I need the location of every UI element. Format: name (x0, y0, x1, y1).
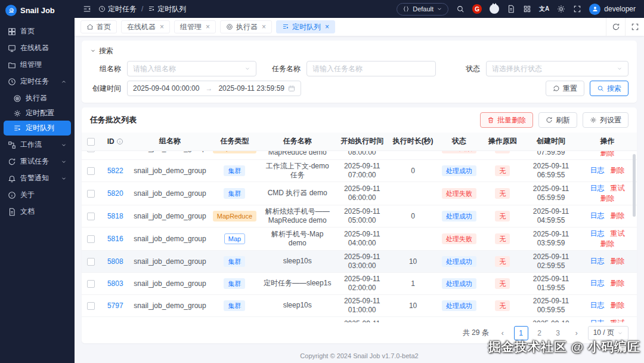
group-name-select[interactable] (127, 61, 256, 76)
batch-id-link[interactable]: 5808 (107, 257, 123, 266)
content-fullscreen-button[interactable] (625, 18, 644, 36)
close-icon[interactable]: × (206, 23, 210, 31)
action-log[interactable]: 日志 (590, 166, 604, 174)
sidebar-item-home[interactable]: 首页 (4, 24, 71, 39)
batch-id-link[interactable]: 5826 (107, 151, 123, 152)
tab-executor[interactable]: 执行器 × (220, 20, 272, 33)
select-all-checkbox[interactable] (87, 138, 95, 146)
row-checkbox[interactable] (87, 302, 95, 310)
close-icon[interactable]: × (160, 23, 164, 31)
batch-id-link[interactable]: 5820 (107, 189, 123, 198)
action-retry[interactable]: 重试 (610, 319, 624, 323)
close-icon[interactable]: × (325, 23, 329, 31)
next-page-button[interactable]: › (569, 326, 584, 340)
apps-grid-button[interactable] (523, 5, 531, 13)
action-log[interactable]: 日志 (590, 319, 604, 323)
row-checkbox[interactable] (87, 213, 95, 220)
action-retry[interactable]: 重试 (610, 229, 624, 238)
page-button-3[interactable]: 3 (551, 326, 565, 340)
task-name-field[interactable] (306, 61, 436, 76)
range-start-value[interactable]: 2025-09-04 00:00:00 (133, 84, 199, 93)
tab-group-management[interactable]: 组管理 × (174, 20, 216, 33)
batch-id-link[interactable]: 5818 (107, 212, 123, 220)
sidebar-item-alarm-notify[interactable]: 告警通知 (4, 171, 71, 186)
row-checkbox[interactable] (87, 190, 95, 198)
page-size-select[interactable]: 10 / 页 (588, 326, 628, 340)
action-log[interactable]: 日志 (590, 184, 604, 192)
table-row[interactable]: 5797 snail_job_demo_group 集群 sleep10s 20… (82, 294, 637, 316)
table-row[interactable]: 5795 snail_job_demo_group 集群 CMD 执行器 dem… (82, 316, 637, 322)
docs-link[interactable] (507, 5, 515, 13)
table-row[interactable]: 5826 snail_job_demo_group MapReduce 解析炫炫… (82, 151, 637, 160)
sidebar-item-group-management[interactable]: 组管理 (4, 57, 71, 72)
action-del[interactable]: 删除 (610, 257, 624, 265)
action-log[interactable]: 日志 (590, 229, 604, 238)
sidebar-item-timed-config[interactable]: 定时配置 (4, 106, 71, 121)
range-end-value[interactable]: 2025-09-11 23:59:59 (218, 84, 284, 93)
task-name-input[interactable] (312, 64, 430, 73)
action-del[interactable]: 删除 (600, 194, 614, 202)
sidebar-item-executor[interactable]: 执行器 (4, 91, 71, 106)
batch-id-link[interactable]: 5816 (107, 235, 123, 243)
column-settings-button[interactable]: 列设置 (583, 112, 628, 128)
close-icon[interactable]: × (262, 23, 266, 31)
theme-toggle-button[interactable] (557, 5, 565, 13)
gitee-icon[interactable]: G (472, 4, 482, 14)
prev-page-button[interactable]: ‹ (496, 326, 510, 340)
table-row[interactable]: 5816 snail_job_demo_group Map 解析手机号-Map … (82, 227, 637, 250)
search-submit-button[interactable]: 搜索 (590, 81, 628, 96)
action-del[interactable]: 删除 (610, 211, 624, 220)
table-refresh-button[interactable]: 刷新 (538, 112, 577, 128)
page-button-2[interactable]: 2 (532, 326, 547, 340)
action-del[interactable]: 删除 (610, 166, 624, 174)
table-row[interactable]: 5820 snail_job_demo_group 集群 CMD 执行器 dem… (82, 182, 637, 205)
action-retry[interactable]: 重试 (610, 184, 624, 192)
sidebar-item-timed-task[interactable]: 定时任务 (4, 74, 71, 89)
action-del[interactable]: 删除 (610, 279, 624, 287)
batch-delete-button[interactable]: 批量删除 (480, 112, 533, 128)
action-del[interactable]: 删除 (600, 239, 614, 248)
sidebar-item-workflow[interactable]: 工作流 (4, 137, 71, 152)
fullscreen-button[interactable] (573, 5, 581, 13)
sidebar-item-docs[interactable]: 文档 (4, 204, 71, 219)
page-button-1[interactable]: 1 (514, 326, 528, 340)
app-logo[interactable]: Snail Job (0, 0, 75, 20)
table-row[interactable]: 5822 snail_job_demo_group 集群 工作流上下文-demo… (82, 159, 637, 182)
row-checkbox[interactable] (87, 167, 95, 175)
action-del[interactable]: 删除 (600, 151, 614, 157)
search-button[interactable] (456, 5, 465, 13)
vertical-scrollbar[interactable] (633, 154, 636, 217)
status-select[interactable]: 请选择执行状态 (486, 61, 628, 76)
info-circle-icon[interactable] (116, 138, 123, 145)
table-row[interactable]: 5808 snail_job_demo_group 集群 sleep10s 20… (82, 250, 637, 272)
breadcrumb-timed-queue[interactable]: 定时队列 (148, 4, 186, 14)
action-log[interactable]: 日志 (590, 211, 604, 220)
translate-button[interactable]: 文A (539, 5, 549, 13)
reload-page-button[interactable] (606, 18, 625, 36)
user-menu[interactable]: developer (589, 4, 636, 15)
breadcrumb-timed-task[interactable]: 定时任务 (98, 4, 137, 14)
table-row[interactable]: 5818 snail_job_demo_group MapReduce 解析炫炫… (82, 205, 637, 227)
tab-timed-queue[interactable]: 定时队列 × (276, 20, 335, 33)
row-checkbox[interactable] (87, 235, 95, 243)
row-checkbox[interactable] (87, 151, 95, 152)
theme-select[interactable]: Default (397, 3, 448, 16)
sidebar-collapse-button[interactable] (83, 5, 91, 13)
action-log[interactable]: 日志 (590, 279, 604, 287)
batch-id-link[interactable]: 5797 (107, 302, 123, 310)
sidebar-item-retry-task[interactable]: 重试任务 (4, 154, 71, 169)
search-collapse-toggle[interactable]: 搜索 (90, 45, 628, 57)
sidebar-item-online-machines[interactable]: 在线机器 (4, 41, 71, 56)
reset-button[interactable]: 重置 (546, 81, 584, 96)
create-time-range-picker[interactable]: 2025-09-04 00:00:00 → 2025-09-11 23:59:5… (127, 81, 301, 96)
row-checkbox[interactable] (87, 258, 95, 266)
action-log[interactable]: 日志 (590, 257, 604, 265)
github-icon[interactable] (490, 4, 499, 14)
batch-id-link[interactable]: 5803 (107, 279, 123, 288)
action-del[interactable]: 删除 (610, 301, 624, 309)
group-name-input[interactable] (133, 64, 241, 73)
sidebar-item-timed-queue[interactable]: 定时队列 (4, 121, 71, 136)
table-row[interactable]: 5803 snail_job_demo_group 集群 定时任务——sleep… (82, 272, 637, 294)
tab-online-machines[interactable]: 在线机器 × (121, 20, 170, 33)
sidebar-item-about[interactable]: 关于 (4, 187, 71, 202)
